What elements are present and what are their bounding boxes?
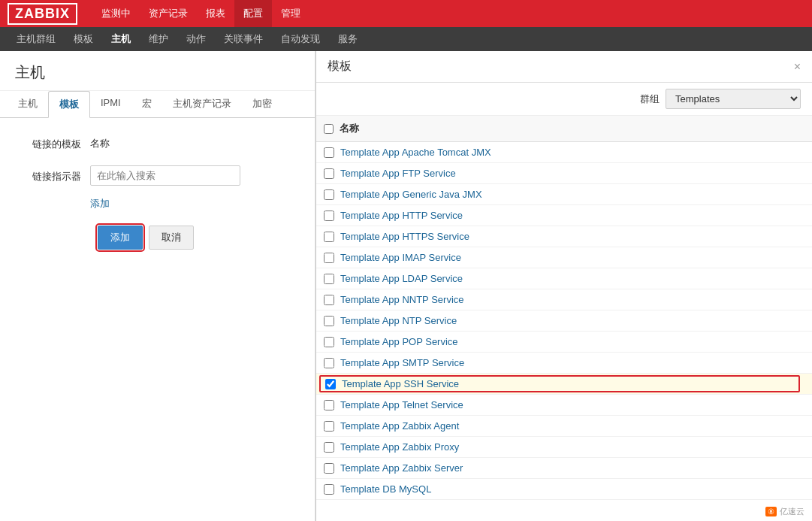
template-checkbox[interactable] — [324, 147, 334, 158]
top-navigation: ZABBIX 监测中 资产记录 报表 配置 管理 — [0, 0, 812, 27]
template-checkbox[interactable] — [324, 421, 334, 432]
list-item[interactable]: Template App NTP Service — [316, 310, 812, 332]
template-checkbox[interactable] — [324, 484, 334, 495]
tab-macros[interactable]: 宏 — [131, 91, 162, 118]
watermark-text: 亿速云 — [780, 506, 804, 517]
template-name: Template App Telnet Service — [340, 399, 463, 410]
template-checkbox[interactable] — [324, 400, 334, 410]
list-item[interactable]: Template App HTTPS Service — [316, 226, 812, 247]
subnav-hosts[interactable]: 主机 — [102, 27, 140, 51]
tab-templates[interactable]: 模板 — [48, 91, 90, 118]
template-list: Template App Apache Tomcat JMX Template … — [316, 142, 812, 521]
list-item[interactable]: Template App IMAP Service — [316, 247, 812, 268]
nav-admin[interactable]: 管理 — [272, 0, 309, 27]
watermark-icon: ⑧ — [765, 507, 777, 516]
subnav-actions[interactable]: 动作 — [177, 27, 215, 51]
subnav-services[interactable]: 服务 — [329, 27, 367, 51]
template-name: Template App SSH Service — [342, 378, 459, 389]
nav-config[interactable]: 配置 — [234, 0, 272, 27]
add-link[interactable]: 添加 — [90, 198, 110, 209]
template-name: Template App Zabbix Server — [340, 462, 463, 474]
tab-host[interactable]: 主机 — [8, 91, 48, 118]
linked-templates-label: 链接的模板 — [15, 133, 90, 151]
brand-logo: ZABBIX — [8, 3, 77, 25]
tab-encryption[interactable]: 加密 — [242, 91, 282, 118]
template-checkbox[interactable] — [324, 442, 334, 453]
popup-panel: 模板 × 群组 Templates 名称 Template App Apache… — [315, 51, 812, 521]
list-item[interactable]: Template App SMTP Service — [316, 353, 812, 374]
nav-assets[interactable]: 资产记录 — [140, 0, 197, 27]
cancel-button[interactable]: 取消 — [149, 226, 194, 250]
subnav-autodiscovery[interactable]: 自动发现 — [272, 27, 329, 51]
list-item[interactable]: Template App Zabbix Server — [316, 458, 812, 479]
left-panel: 主机 主机 模板 IPMI 宏 主机资产记录 加密 链接的模板 名称 链接指示器 — [0, 51, 315, 521]
linked-templates-row: 链接的模板 名称 — [15, 133, 300, 154]
list-item[interactable]: Template App FTP Service — [316, 163, 812, 184]
template-checkbox[interactable] — [324, 463, 334, 474]
linked-templates-value: 名称 — [90, 133, 300, 154]
nav-reports[interactable]: 报表 — [197, 0, 234, 27]
template-checkbox[interactable] — [325, 379, 336, 389]
filter-label: 群组 — [640, 92, 660, 106]
linked-templates-field: 名称 — [90, 133, 300, 154]
template-name: Template App Zabbix Proxy — [340, 441, 459, 453]
template-name: Template App SMTP Service — [340, 357, 464, 368]
list-item[interactable]: Template App Telnet Service — [316, 395, 812, 416]
button-row: 添加 取消 — [15, 226, 300, 250]
list-item[interactable]: Template App Apache Tomcat JMX — [316, 142, 812, 163]
group-filter-select[interactable]: Templates — [666, 89, 801, 109]
template-checkbox[interactable] — [324, 316, 334, 326]
template-checkbox[interactable] — [324, 211, 334, 221]
linker-field: 添加 — [90, 165, 300, 211]
tab-inventory[interactable]: 主机资产记录 — [162, 91, 242, 118]
list-item[interactable]: Template App Zabbix Agent — [316, 416, 812, 437]
template-name: Template App NTP Service — [340, 315, 457, 326]
nav-monitor[interactable]: 监测中 — [92, 0, 140, 27]
list-header-text: 名称 — [340, 122, 359, 135]
template-checkbox[interactable] — [324, 189, 334, 200]
form-area: 链接的模板 名称 链接指示器 添加 添加 取消 — [0, 118, 315, 265]
list-item[interactable]: Template DB MySQL — [316, 479, 812, 500]
list-item[interactable]: Template App POP Service — [316, 332, 812, 353]
template-checkbox[interactable] — [324, 253, 334, 263]
subnav-maintenance[interactable]: 维护 — [140, 27, 177, 51]
template-checkbox[interactable] — [324, 232, 334, 242]
list-item[interactable]: Template App HTTP Service — [316, 205, 812, 226]
template-checkbox[interactable] — [324, 358, 334, 368]
template-checkbox[interactable] — [324, 295, 334, 305]
watermark: ⑧ 亿速云 — [765, 506, 804, 517]
template-name: Template App LDAP Service — [340, 273, 463, 284]
template-checkbox[interactable] — [324, 168, 334, 179]
popup-header: 模板 × — [316, 51, 812, 83]
list-header: 名称 — [316, 116, 812, 142]
template-name: Template App POP Service — [340, 336, 458, 347]
template-name: Template App FTP Service — [340, 168, 456, 179]
list-item[interactable]: Template App Generic Java JMX — [316, 184, 812, 205]
template-name: Template DB MySQL — [340, 483, 431, 495]
template-name: Template App HTTP Service — [340, 210, 463, 221]
list-item[interactable]: Template App NNTP Service — [316, 289, 812, 310]
sub-navigation: 主机群组 模板 主机 维护 动作 关联事件 自动发现 服务 — [0, 27, 812, 51]
template-checkbox[interactable] — [324, 274, 334, 284]
popup-title: 模板 — [328, 59, 352, 74]
subnav-hostgroups[interactable]: 主机群组 — [8, 27, 65, 51]
subnav-correlations[interactable]: 关联事件 — [215, 27, 272, 51]
tab-ipmi[interactable]: IPMI — [90, 91, 131, 118]
subnav-templates[interactable]: 模板 — [65, 27, 102, 51]
list-item[interactable]: Template App Zabbix Proxy — [316, 437, 812, 458]
list-item[interactable]: Template App LDAP Service — [316, 268, 812, 289]
main-content: 主机 主机 模板 IPMI 宏 主机资产记录 加密 链接的模板 名称 链接指示器 — [0, 51, 812, 521]
template-checkbox[interactable] — [324, 337, 334, 347]
linker-label: 链接指示器 — [15, 165, 90, 183]
popup-filter: 群组 Templates — [316, 83, 812, 116]
select-all-checkbox[interactable] — [324, 124, 334, 134]
add-button[interactable]: 添加 — [98, 226, 143, 250]
list-item[interactable]: Template App SSH Service — [316, 374, 812, 395]
template-name: Template App Apache Tomcat JMX — [340, 147, 491, 158]
close-icon[interactable]: × — [794, 61, 801, 73]
tabs-bar: 主机 模板 IPMI 宏 主机资产记录 加密 — [0, 91, 315, 118]
page-title: 主机 — [0, 51, 315, 91]
template-name: Template App Generic Java JMX — [340, 189, 482, 200]
template-name: Template App HTTPS Service — [340, 231, 469, 242]
search-input[interactable] — [90, 165, 240, 186]
